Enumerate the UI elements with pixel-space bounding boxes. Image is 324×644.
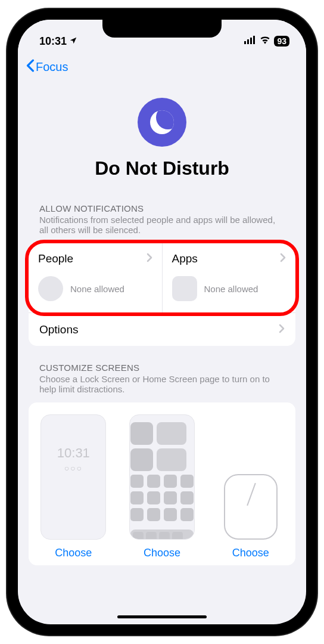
- home-screen-preview[interactable]: [129, 414, 195, 540]
- back-chevron-icon[interactable]: [26, 58, 35, 76]
- lock-screen-column: 10:31 ○○○ Choose: [35, 414, 113, 559]
- moon-icon: [138, 98, 186, 147]
- lock-dots-icon: ○○○: [64, 463, 83, 473]
- allow-section-header: ALLOW NOTIFICATIONS Notifications from s…: [29, 203, 295, 237]
- allow-header-text: ALLOW NOTIFICATIONS: [39, 203, 285, 213]
- device-frame: 10:31 93 Focus: [7, 9, 317, 635]
- battery-indicator: 93: [274, 36, 289, 47]
- options-title: Options: [39, 323, 78, 336]
- status-right: 93: [244, 36, 289, 47]
- people-status: None allowed: [70, 284, 124, 294]
- apps-status: None allowed: [204, 284, 258, 294]
- cellular-signal-icon: [244, 36, 256, 47]
- customize-header-text: CUSTOMIZE SCREENS: [39, 363, 285, 373]
- chevron-right-icon: [280, 252, 286, 265]
- svg-rect-2: [250, 38, 252, 44]
- notch: [102, 20, 222, 38]
- status-time-group: 10:31: [39, 35, 77, 48]
- screen: 10:31 93 Focus: [18, 20, 306, 624]
- home-screen-column: Choose: [123, 414, 201, 559]
- lock-time: 10:31: [57, 445, 90, 461]
- svg-rect-3: [253, 36, 255, 44]
- allow-header-subtitle: Notifications from selected people and a…: [39, 215, 275, 235]
- choose-watch-button[interactable]: Choose: [232, 547, 269, 559]
- allow-card: People None allowed Apps: [29, 243, 295, 346]
- chevron-right-icon: [147, 252, 152, 265]
- home-indicator[interactable]: [117, 615, 207, 618]
- page-title: Do Not Disturb: [95, 157, 229, 179]
- chevron-right-icon: [279, 323, 285, 336]
- people-title: People: [38, 252, 73, 265]
- wifi-icon: [260, 36, 270, 47]
- status-time: 10:31: [39, 35, 67, 48]
- watch-face-icon: [224, 474, 278, 540]
- options-row[interactable]: Options: [29, 312, 295, 346]
- watch-preview-wrap[interactable]: [218, 414, 284, 540]
- choose-home-button[interactable]: Choose: [144, 547, 180, 559]
- people-cell[interactable]: People None allowed: [29, 243, 162, 312]
- location-arrow-icon: [69, 35, 77, 48]
- choose-lock-button[interactable]: Choose: [55, 547, 92, 559]
- svg-rect-0: [244, 41, 246, 44]
- customize-card: 10:31 ○○○ Choose: [29, 402, 295, 565]
- apps-title: Apps: [172, 252, 198, 265]
- lock-screen-preview[interactable]: 10:31 ○○○: [40, 414, 106, 540]
- avatar-placeholder-icon: [38, 276, 63, 301]
- customize-header-subtitle: Choose a Lock Screen or Home Screen page…: [39, 374, 270, 394]
- apps-cell[interactable]: Apps None allowed: [162, 243, 296, 312]
- watch-column: Choose: [211, 414, 289, 559]
- svg-rect-1: [247, 39, 249, 44]
- app-placeholder-icon: [172, 276, 197, 301]
- customize-section-header: CUSTOMIZE SCREENS Choose a Lock Screen o…: [29, 363, 295, 397]
- nav-bar: Focus: [18, 52, 306, 85]
- hero: Do Not Disturb: [18, 85, 306, 203]
- back-button[interactable]: Focus: [36, 60, 68, 74]
